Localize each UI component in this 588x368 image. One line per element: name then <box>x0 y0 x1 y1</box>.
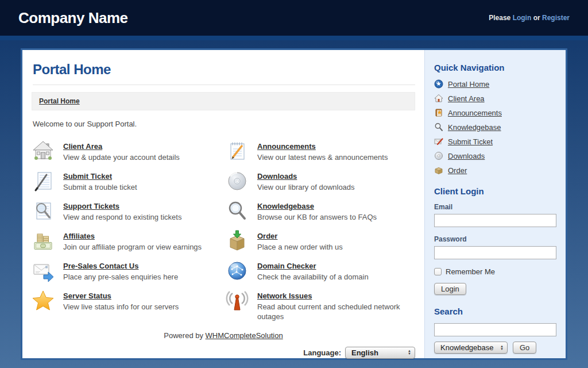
knowledgebase-link[interactable]: Knowledgebase <box>257 202 314 210</box>
affiliates-link[interactable]: Affiliates <box>63 232 95 240</box>
portal-item: Affiliates Join our affiliate program or… <box>32 229 226 252</box>
portal-items-grid: Client Area View & update your account d… <box>32 140 415 329</box>
register-link[interactable]: Register <box>542 14 570 22</box>
magnifier-icon <box>226 200 249 223</box>
star-icon <box>32 289 55 312</box>
item-description: Browse our KB for answers to FAQs <box>257 213 377 223</box>
money-icon <box>32 229 55 252</box>
portal-item: Client Area View & update your account d… <box>32 140 226 163</box>
portal-item: Submit Ticket Submit a trouble ticket <box>32 170 226 193</box>
item-description: Check the availability of a domain <box>257 273 369 282</box>
portal-item: Support Tickets View and respond to exis… <box>32 200 226 223</box>
select-stepper-icon: ▲▼ <box>500 345 504 351</box>
quick-nav-link[interactable]: Announcements <box>448 109 502 117</box>
main-content: Portal Home Portal Home Welcome to our S… <box>22 50 424 358</box>
remember-me-row: Remember Me <box>434 267 556 276</box>
portal-items-left: Client Area View & update your account d… <box>32 140 226 329</box>
item-description: Read about current and scheduled network… <box>257 302 408 322</box>
quick-nav-link[interactable]: Portal Home <box>448 80 489 89</box>
login-link[interactable]: Login <box>513 14 532 22</box>
support-tickets-link[interactable]: Support Tickets <box>63 202 119 210</box>
envelope-arrow-icon <box>32 259 55 282</box>
password-input[interactable] <box>434 246 556 259</box>
portal-item: Order Place a new order with us <box>226 229 415 252</box>
item-description: View live status info for our servers <box>63 302 179 312</box>
item-description: View & update your account details <box>63 153 180 163</box>
page-title: Portal Home <box>33 62 415 85</box>
powered-by: Powered by WHMCompleteSolution <box>32 331 415 340</box>
client-login-title: Client Login <box>434 186 556 196</box>
submit-ticket-link[interactable]: Submit Ticket <box>63 172 112 181</box>
network-issues-link[interactable]: Network Issues <box>257 292 312 300</box>
welcome-text: Welcome to our Support Portal. <box>33 120 415 128</box>
announcements-book-icon <box>434 108 443 117</box>
notepad-pencil-icon <box>226 140 249 163</box>
portal-item: Downloads View our library of downloads <box>226 170 415 193</box>
breadcrumb: Portal Home <box>32 92 415 110</box>
antenna-icon <box>226 289 249 312</box>
quick-nav-link[interactable]: Client Area <box>448 94 485 103</box>
header-band <box>0 36 588 40</box>
cd-icon <box>226 170 249 193</box>
domain-checker-link[interactable]: Domain Checker <box>257 262 316 270</box>
house-icon <box>32 140 55 163</box>
server-status-link[interactable]: Server Status <box>63 292 111 300</box>
remember-me-label: Remember Me <box>446 267 495 276</box>
portal-item: Announcements View our latest news & ann… <box>226 140 415 163</box>
magnifier-icon <box>434 122 443 132</box>
top-header: Company Name Please Login or Register <box>0 0 588 36</box>
portal-item: Pre-Sales Contact Us Place any pre-sales… <box>32 259 226 282</box>
quick-nav-link[interactable]: Order <box>448 166 467 175</box>
content-wrapper: Portal Home Portal Home Welcome to our S… <box>21 48 567 360</box>
language-select[interactable]: English ▲▼ <box>345 347 415 359</box>
item-description: Place any pre-sales enquiries here <box>63 273 178 282</box>
login-prompt-or: or <box>533 14 540 22</box>
search-input[interactable] <box>434 323 556 336</box>
whmcompletesolution-link[interactable]: WHMCompleteSolution <box>206 331 283 340</box>
search-category-value: Knowledgebase <box>440 343 494 352</box>
item-description: View and respond to existing tickets <box>63 213 181 223</box>
go-button[interactable]: Go <box>513 342 536 354</box>
order-link[interactable]: Order <box>257 232 277 240</box>
item-description: Join our affiliate program or view earni… <box>63 243 202 252</box>
language-select-value: English <box>351 348 378 357</box>
login-button[interactable]: Login <box>434 283 466 295</box>
quick-nav-item-knowledgebase: Knowledgebase <box>434 122 556 132</box>
quick-nav-link[interactable]: Knowledgebase <box>448 123 501 132</box>
announcements-link[interactable]: Announcements <box>257 142 316 151</box>
globe-icon <box>226 259 249 282</box>
package-icon <box>226 229 249 252</box>
search-category-select[interactable]: Knowledgebase ▲▼ <box>434 342 508 354</box>
remember-me-checkbox[interactable] <box>434 268 442 275</box>
package-icon <box>434 166 443 175</box>
powered-by-prefix: Powered by <box>164 331 203 340</box>
quick-nav-item-portal-home: Portal Home <box>434 79 556 89</box>
breadcrumb-link[interactable]: Portal Home <box>39 97 80 105</box>
quick-navigation-title: Quick Navigation <box>434 63 556 72</box>
login-prompt: Please Login or Register <box>489 14 570 22</box>
language-row: Language: English ▲▼ <box>32 347 415 359</box>
client-area-link[interactable]: Client Area <box>63 142 102 151</box>
quick-nav-item-client-area: Client Area <box>434 94 556 103</box>
language-label: Language: <box>303 348 341 357</box>
company-name: Company Name <box>18 9 128 27</box>
mail-pencil-icon <box>434 137 443 146</box>
email-input[interactable] <box>434 214 556 227</box>
email-label: Email <box>434 203 556 211</box>
portal-item: Knowledgebase Browse our KB for answers … <box>226 200 415 223</box>
portal-item: Server Status View live status info for … <box>32 289 226 312</box>
select-stepper-icon: ▲▼ <box>408 350 411 355</box>
quick-nav-link[interactable]: Downloads <box>448 152 485 160</box>
search-title: Search <box>434 306 556 316</box>
portal-items-right: Announcements View our latest news & ann… <box>226 140 415 329</box>
paper-pen-icon <box>32 170 55 193</box>
login-prompt-prefix: Please <box>489 14 510 22</box>
quick-nav-link[interactable]: Submit Ticket <box>448 137 493 146</box>
portal-item: Domain Checker Check the availability of… <box>226 259 415 282</box>
downloads-link[interactable]: Downloads <box>257 172 297 181</box>
presales-contact-link[interactable]: Pre-Sales Contact Us <box>63 262 139 270</box>
search-row: Knowledgebase ▲▼ Go <box>434 342 556 354</box>
quick-nav-item-order: Order <box>434 166 556 175</box>
item-description: Place a new order with us <box>257 243 343 252</box>
house-icon <box>434 94 443 103</box>
